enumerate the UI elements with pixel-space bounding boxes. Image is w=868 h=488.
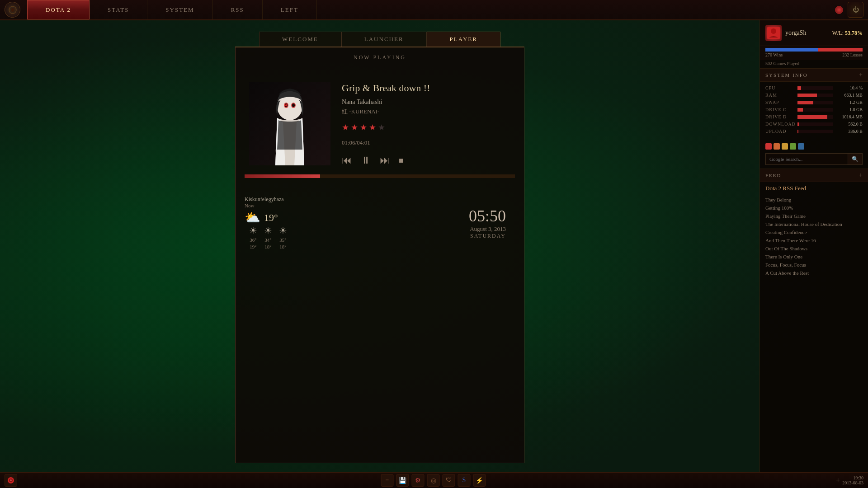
dot-4[interactable] <box>798 143 804 150</box>
album-art <box>249 82 330 165</box>
dot-2[interactable] <box>782 143 788 150</box>
feed-item-6[interactable]: Out Of The Shadows <box>765 244 863 253</box>
weather-widget: Kiskunfelegyhaza Now ⛅ 19° ☀ 36° 19° <box>245 196 287 249</box>
feed-item-9[interactable]: A Cut Above the Rest <box>765 269 863 277</box>
system-info-header: System Info + <box>760 68 868 82</box>
sys-val-cpu: 10.4 % <box>835 85 863 90</box>
sys-row-swap: Swap 1.2 GB <box>765 100 863 105</box>
taskbar-icon-6[interactable]: ⚡ <box>473 474 486 487</box>
forecast-2-low: 18° <box>279 244 286 249</box>
star-2[interactable]: ★ <box>351 122 358 132</box>
wl-label: W/L: <box>832 30 844 36</box>
nav-tabs: Dota 2 Stats System RSS Left <box>27 0 835 19</box>
feed-header-title: Dota 2 RSS Feed <box>765 185 863 192</box>
weather-forecast: ☀ 36° 19° ☀ 34° 18° ☀ 35° 18° <box>249 225 287 249</box>
weather-condition: Now <box>245 203 287 208</box>
taskbar-left <box>5 474 19 487</box>
color-dots <box>760 140 868 153</box>
next-button[interactable]: ⏭ <box>380 155 390 165</box>
taskbar-icon-3[interactable]: ◎ <box>427 474 440 487</box>
feed-header: Feed + <box>760 169 868 182</box>
taskbar-icon-2[interactable]: ⚙ <box>412 474 425 487</box>
feed-list: Dota 2 RSS Feed They Belong Getting 100%… <box>760 182 868 472</box>
win-bar-fill <box>765 48 818 52</box>
feed-item-1[interactable]: Getting 100% <box>765 204 863 212</box>
feed-item-0[interactable]: They Belong <box>765 196 863 204</box>
system-info-expand[interactable]: + <box>859 71 863 79</box>
dot-3[interactable] <box>790 143 796 150</box>
playback-controls: ⏮ ⏸ ⏭ ■ <box>342 155 510 165</box>
sys-fill-download <box>797 122 799 126</box>
user-details: yorgaSh <box>785 29 806 37</box>
taskbar-icon-5[interactable]: S <box>458 474 471 487</box>
taskbar-plus[interactable]: + <box>836 476 840 484</box>
sys-bar-drived <box>797 115 833 119</box>
sys-val-download: 562.0 B <box>835 122 863 127</box>
nav-tab-stats[interactable]: Stats <box>90 0 147 19</box>
losses-label: 232 Losses <box>842 52 863 57</box>
sys-val-upload: 336.0 B <box>835 129 863 134</box>
clock-widget: 05:50 August 3, 2013 Saturday <box>469 206 515 239</box>
google-search: 🔍 <box>765 153 863 165</box>
weather-current: ⛅ 19° <box>245 210 287 225</box>
tab-player[interactable]: Player <box>427 32 500 47</box>
main-content: Welcome Launcher Player Now Playing <box>0 20 868 472</box>
sys-label-swap: Swap <box>765 100 795 105</box>
power-button[interactable]: ⏻ <box>848 2 863 18</box>
svg-point-1 <box>11 8 14 12</box>
sys-val-drivec: 1.8 GB <box>835 107 863 112</box>
star-rating: ★ ★ ★ ★ ★ <box>342 122 510 132</box>
tab-welcome[interactable]: Welcome <box>259 32 341 47</box>
feed-expand[interactable]: + <box>859 172 863 179</box>
feed-title: Feed <box>765 173 782 178</box>
sys-row-drived: Drive D 1016.4 MB <box>765 114 863 119</box>
taskbar-icon-0[interactable]: ≡ <box>381 474 394 487</box>
nav-tab-left[interactable]: Left <box>263 0 317 19</box>
sys-bar-cpu <box>797 86 833 90</box>
taskbar: ≡ 💾 ⚙ ◎ 🛡 S ⚡ + 19:30 2013-08-03 <box>0 472 868 488</box>
taskbar-icon-4[interactable]: 🛡 <box>443 474 455 487</box>
song-album: 紅 -KURENAI- <box>342 108 510 116</box>
player-container: Now Playing <box>235 47 524 463</box>
search-button[interactable]: 🔍 <box>848 154 862 164</box>
clock-time: 05:50 <box>469 206 506 225</box>
now-playing-label: Now Playing <box>236 47 524 68</box>
sys-label-ram: RAM <box>765 93 795 98</box>
progress-bar[interactable] <box>245 174 515 178</box>
sys-row-ram: RAM 663.1 MB <box>765 93 863 98</box>
sys-row-cpu: CPU 10.4 % <box>765 85 863 90</box>
nav-tab-rss[interactable]: RSS <box>213 0 263 19</box>
app-logo <box>5 2 20 18</box>
taskbar-icon-1[interactable]: 💾 <box>396 474 409 487</box>
star-3[interactable]: ★ <box>360 122 367 132</box>
star-1[interactable]: ★ <box>342 122 349 132</box>
feed-item-3[interactable]: The International House of Dedication <box>765 220 863 228</box>
feed-item-2[interactable]: Playing Their Game <box>765 212 863 220</box>
player-main: Grip & Break down !! Nana Takahashi 紅 -K… <box>236 68 524 174</box>
tab-launcher[interactable]: Launcher <box>341 32 427 47</box>
pause-button[interactable]: ⏸ <box>361 155 371 165</box>
sys-row-download: Download 562.0 B <box>765 122 863 127</box>
svg-point-9 <box>285 104 287 107</box>
win-bar-track <box>765 48 863 52</box>
feed-item-5[interactable]: And Then There Were 16 <box>765 236 863 244</box>
feed-item-8[interactable]: Focus, Focus, Focus <box>765 261 863 269</box>
dot-1[interactable] <box>774 143 780 150</box>
nav-tab-system[interactable]: System <box>147 0 212 19</box>
sys-fill-drived <box>797 115 827 119</box>
search-input[interactable] <box>766 154 848 164</box>
feed-item-4[interactable]: Creating Confidence <box>765 228 863 236</box>
taskbar-clock: 19:30 2013-08-03 <box>842 475 863 485</box>
song-info: Grip & Break down !! Nana Takahashi 紅 -K… <box>342 82 510 165</box>
prev-button[interactable]: ⏮ <box>342 155 352 165</box>
forecast-0-low: 19° <box>250 244 256 249</box>
star-5[interactable]: ★ <box>378 122 385 132</box>
taskbar-logo[interactable] <box>5 474 17 487</box>
nav-tab-dota2[interactable]: Dota 2 <box>27 0 90 19</box>
star-4[interactable]: ★ <box>369 122 376 132</box>
stop-button[interactable]: ■ <box>399 156 404 164</box>
dot-0[interactable] <box>765 143 772 150</box>
player-area: Welcome Launcher Player Now Playing <box>0 20 760 472</box>
feed-item-7[interactable]: There Is Only One <box>765 253 863 261</box>
forecast-0: ☀ 36° 19° <box>249 225 257 249</box>
